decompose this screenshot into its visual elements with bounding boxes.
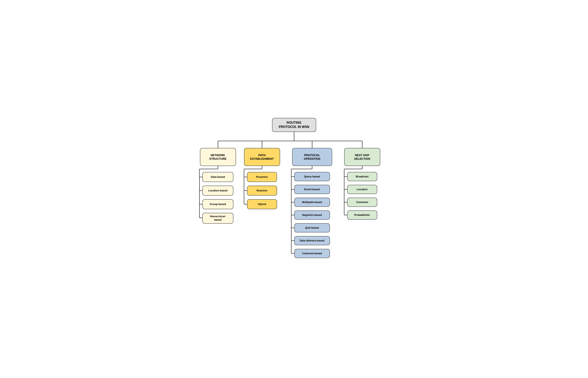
node: Data-based — [202, 172, 233, 182]
node: Group-based — [202, 199, 233, 209]
diagram: ROUTINGPROTOCOL IN WSNNETWORKSTRUCTUREDa… — [194, 114, 394, 264]
node: PATHESTABLISHMENT — [244, 148, 280, 166]
node: NEXT HOPSELECTION — [344, 148, 380, 166]
node: Comment — [347, 198, 377, 207]
node: Location — [347, 185, 377, 194]
node: Event-based — [294, 185, 330, 194]
node: Data delivery-based — [294, 236, 330, 245]
node: Location-based — [202, 186, 233, 196]
node: Hybrid — [247, 199, 277, 209]
node: QoS-based — [294, 223, 330, 232]
node: Hierarchical-based — [202, 213, 233, 224]
node: Coherent-based — [294, 249, 330, 258]
node: Query-based — [294, 172, 330, 181]
node: Multipath-based — [294, 198, 330, 207]
node: Probabilistic — [347, 210, 377, 220]
node: Proactive — [247, 172, 277, 182]
node: PROTOCOLOPERATION — [292, 148, 332, 166]
node: Broadcast — [347, 172, 377, 181]
node: Negotion-based — [294, 210, 330, 220]
node: ROUTINGPROTOCOL IN WSN — [272, 118, 316, 132]
node: NETWORKSTRUCTURE — [200, 148, 236, 166]
node: Reactive — [247, 186, 277, 196]
